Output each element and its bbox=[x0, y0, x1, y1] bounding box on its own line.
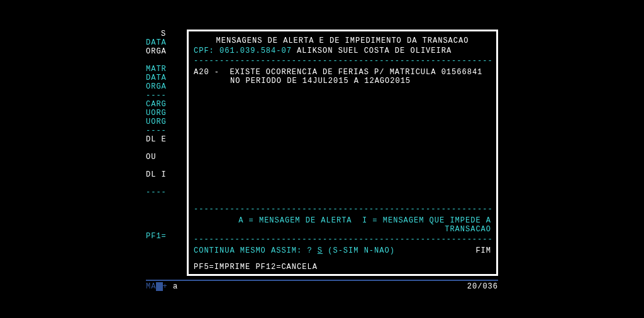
uorg-label-1: UORG bbox=[146, 109, 184, 118]
status-ma: MA bbox=[146, 282, 156, 291]
status-a: a bbox=[173, 282, 178, 291]
dl-i-label: DL I bbox=[146, 170, 184, 179]
message-line-1: EXISTE OCORRENCIA DE FERIAS P/ MATRICULA… bbox=[230, 68, 482, 77]
divider-top: ----------------------------------------… bbox=[194, 57, 491, 65]
dl-e-label: DL E bbox=[146, 135, 184, 144]
alert-message-block: A20 - EXISTE OCORRENCIA DE FERIAS P/ MAT… bbox=[194, 68, 491, 85]
cursor-position: 20/036 bbox=[467, 281, 498, 291]
continue-hint: (S-SIM N-NAO) bbox=[328, 246, 395, 255]
dashes-2: ---- bbox=[146, 126, 184, 135]
status-left: MA + a bbox=[146, 281, 178, 291]
data-label-2: DATA bbox=[146, 74, 184, 82]
status-bar: MA + a 20/036 bbox=[146, 280, 498, 291]
data-label-1: DATA bbox=[146, 38, 184, 47]
message-code: A20 - bbox=[194, 68, 230, 77]
dashes-1: ---- bbox=[146, 91, 184, 100]
message-line-2: NO PERIODO DE 14JUL2015 A 12AGO2015 bbox=[194, 77, 491, 85]
continue-prompt: CONTINUA MESMO ASSIM: ? bbox=[194, 246, 313, 255]
legend-a: A = MENSAGEM DE ALERTA bbox=[238, 216, 352, 225]
matr-label: MATR bbox=[146, 65, 184, 74]
pf1-label: PF1= bbox=[146, 232, 184, 241]
legend-i: I = MENSAGEM QUE IMPEDE A TRANSACAO bbox=[362, 216, 491, 234]
message-panel: MENSAGENS DE ALERTA E DE IMPEDIMENTO DA … bbox=[187, 30, 498, 276]
dashes-3: ---- bbox=[146, 188, 184, 197]
person-name: ALIKSON SUEL COSTA DE OLIVEIRA bbox=[297, 47, 452, 55]
pf-keys-line: PF5=IMPRIME PF12=CANCELA bbox=[194, 263, 491, 271]
continue-input[interactable]: S bbox=[318, 246, 323, 255]
status-plus: + bbox=[163, 282, 168, 291]
cursor-indicator bbox=[156, 282, 162, 291]
panel-title: MENSAGENS DE ALERTA E DE IMPEDIMENTO DA … bbox=[194, 36, 491, 45]
carg-label: CARG bbox=[146, 100, 184, 109]
cpf-line: CPF: 061.039.584-07 ALIKSON SUEL COSTA D… bbox=[194, 47, 491, 55]
divider-mid: ----------------------------------------… bbox=[194, 205, 491, 214]
divider-bot: ----------------------------------------… bbox=[194, 235, 491, 244]
ou-label: OU bbox=[146, 153, 184, 162]
left-sidebar-labels: S DATA ORGA MATR DATA ORGA ---- CARG UOR… bbox=[146, 30, 184, 241]
top-s-label: S bbox=[146, 30, 184, 38]
legend-line: A = MENSAGEM DE ALERTA I = MENSAGEM QUE … bbox=[194, 216, 491, 234]
orga-label-1: ORGA bbox=[146, 47, 184, 56]
orga-label-2: ORGA bbox=[146, 82, 184, 91]
cpf-value: 061.039.584-07 bbox=[219, 47, 292, 55]
uorg-label-2: UORG bbox=[146, 118, 184, 126]
cpf-label: CPF: bbox=[194, 47, 214, 55]
fim-label: FIM bbox=[475, 246, 491, 255]
